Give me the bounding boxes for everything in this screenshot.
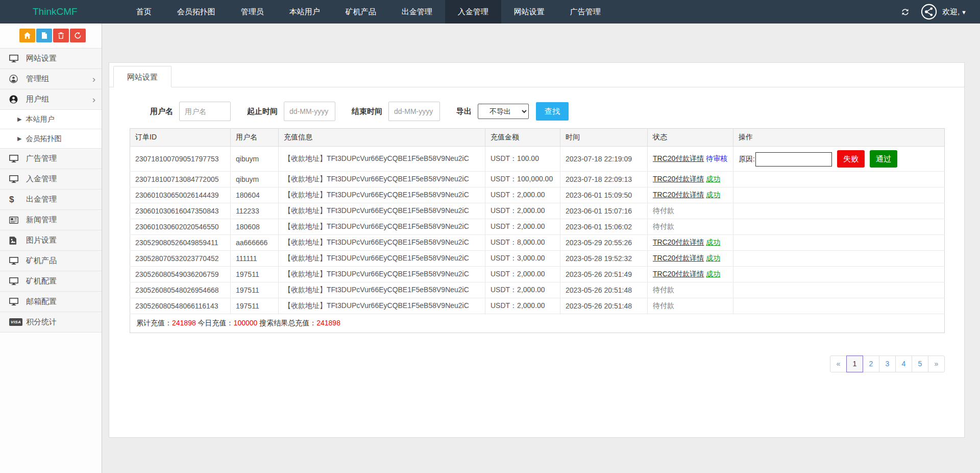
- deposit-info-cell: 【收款地址】TFt3DUPcVur66EyCQBE1F5eB58V9Neu2iC: [279, 235, 485, 251]
- export-select[interactable]: 不导出: [478, 104, 529, 119]
- nav-item-miner-products[interactable]: 矿机产品: [333, 0, 389, 23]
- trash-icon-button[interactable]: [53, 29, 69, 42]
- sidebar-item-image-settings[interactable]: 图片设置: [0, 230, 102, 251]
- deposit-info-cell: 【收款地址】TFt3DUPcVur66EyCQBE1F5eB58V9Neu2iC: [279, 203, 485, 219]
- nav-item-withdraw-mgmt[interactable]: 出金管理: [389, 0, 445, 23]
- trc20-detail-link[interactable]: TRC20付款详情: [653, 238, 704, 246]
- reason-input[interactable]: [755, 152, 832, 167]
- username-cell: qibuym: [231, 147, 279, 172]
- pagination-page-5[interactable]: 5: [912, 356, 928, 372]
- nav-item-site-users[interactable]: 本站用户: [277, 0, 333, 23]
- status-badge: 待付款: [653, 222, 674, 230]
- nav-item-deposit-mgmt[interactable]: 入金管理: [445, 0, 501, 23]
- tab-site-settings[interactable]: 网站设置: [113, 66, 172, 87]
- nav-item-home[interactable]: 首页: [124, 0, 164, 23]
- username-input[interactable]: [179, 102, 231, 121]
- col-deposit-amount: 充值金额: [485, 129, 560, 147]
- sidebar-item-withdraw-mgmt[interactable]: $ 出金管理: [0, 190, 102, 210]
- sidebar-subitem-member-topology[interactable]: ▶ 会员拓扑图: [0, 129, 102, 149]
- end-time-input[interactable]: [388, 102, 440, 121]
- sidebar-item-miner-products[interactable]: 矿机产品: [0, 251, 102, 271]
- action-cell: [733, 282, 945, 298]
- col-order-id: 订单ID: [130, 129, 231, 147]
- nav-item-admin[interactable]: 管理员: [228, 0, 277, 23]
- caret-down-icon: ▼: [961, 9, 967, 15]
- sidebar-item-points-stats[interactable]: VISA 积分统计: [0, 312, 102, 333]
- sidebar-item-ad-mgmt[interactable]: 广告管理: [0, 149, 102, 169]
- time-cell: 2023-07-18 22:09:13: [560, 172, 648, 187]
- recycle-icon-button[interactable]: [70, 29, 86, 42]
- sidebar-subitem-site-users[interactable]: ▶ 本站用户: [0, 110, 102, 129]
- monitor-icon: [9, 277, 22, 285]
- nav-item-site-settings[interactable]: 网站设置: [501, 0, 557, 23]
- trc20-detail-link[interactable]: TRC20付款详情: [653, 254, 704, 262]
- table-row: 230528070532023770452 111111 【收款地址】TFt3D…: [130, 251, 945, 267]
- status-cell: TRC20付款详情 成功: [648, 172, 733, 187]
- content-card: 网站设置 用户名 起止时间 结束时间 导出 不导出 查找: [109, 62, 965, 438]
- time-cell: 2023-05-26 20:51:49: [560, 267, 648, 282]
- trc20-detail-link[interactable]: TRC20付款详情: [653, 270, 704, 278]
- username-cell: qibuym: [231, 172, 279, 187]
- pagination-prev[interactable]: «: [830, 356, 847, 372]
- table-row: 230601030650026144439 180604 【收款地址】TFt3D…: [130, 187, 945, 203]
- nav-item-member-topology[interactable]: 会员拓扑图: [164, 0, 228, 23]
- start-time-input[interactable]: [284, 102, 335, 121]
- status-cell: 待付款: [648, 298, 733, 314]
- deposit-info-cell: 【收款地址】TFt3DUPcVur66EyCQBE1F5eB58V9Neu2iC: [279, 251, 485, 267]
- sidebar-quick-buttons: [19, 29, 102, 42]
- sidebar-item-label: 入金管理: [26, 174, 57, 184]
- time-cell: 2023-06-01 15:06:02: [560, 219, 648, 235]
- file-icon-button[interactable]: [36, 29, 52, 42]
- sidebar-item-email-config[interactable]: 邮箱配置: [0, 292, 102, 312]
- col-time: 时间: [560, 129, 648, 147]
- sidebar-item-user-group[interactable]: 用户组 ›: [0, 89, 102, 110]
- username-cell: aa666666: [231, 235, 279, 251]
- search-button[interactable]: 查找: [536, 102, 569, 121]
- status-cell: 待付款: [648, 203, 733, 219]
- sidebar-item-label: 出金管理: [26, 195, 57, 204]
- amount-cell: USDT：8,000.00: [485, 235, 560, 251]
- trc20-detail-link[interactable]: TRC20付款详情: [653, 175, 704, 183]
- fail-button[interactable]: 失败: [837, 150, 865, 168]
- sidebar-item-admin-group[interactable]: 管理组 ›: [0, 69, 102, 89]
- top-navbar: ThinkCMF 首页 会员拓扑图 管理员 本站用户 矿机产品 出金管理 入金管…: [0, 0, 980, 23]
- export-label: 导出: [456, 107, 472, 116]
- pagination-page-1[interactable]: 1: [846, 356, 863, 372]
- nav-item-ad-mgmt[interactable]: 广告管理: [557, 0, 614, 23]
- pagination-page-4[interactable]: 4: [895, 356, 912, 372]
- avatar-icon[interactable]: [921, 4, 937, 20]
- table-row: 230526080548066116143 197511 【收款地址】TFt3D…: [130, 298, 945, 314]
- status-cell: 待付款: [648, 219, 733, 235]
- order-id-cell: 230718100713084772005: [130, 172, 231, 187]
- status-badge: 成功: [706, 191, 720, 199]
- today-deposit-value: 100000: [234, 319, 258, 327]
- username-cell: 197511: [231, 298, 279, 314]
- home-icon-button[interactable]: [19, 29, 35, 42]
- sidebar-item-miner-config[interactable]: 矿机配置: [0, 271, 102, 292]
- status-cell: TRC20付款详情 待审核: [648, 147, 733, 172]
- trc20-detail-link[interactable]: TRC20付款详情: [653, 154, 704, 162]
- order-id-cell: 230526080548026954668: [130, 282, 231, 298]
- table-row: 230601030602020546550 180608 【收款地址】TFt3D…: [130, 219, 945, 235]
- dollar-icon: $: [9, 195, 22, 205]
- user-circle-icon: [9, 75, 22, 83]
- sidebar-item-site-settings[interactable]: 网站设置: [0, 49, 102, 69]
- pagination-next[interactable]: »: [928, 356, 945, 372]
- brand-logo[interactable]: ThinkCMF: [0, 0, 93, 23]
- deposit-info-cell: 【收款地址】TFt3DUPcVur66EyCQBE1F5eB58V9Neu2iC: [279, 267, 485, 282]
- monitor-icon: [9, 155, 22, 162]
- pass-button[interactable]: 通过: [870, 150, 897, 168]
- order-id-cell: 230529080526049859411: [130, 235, 231, 251]
- refresh-icon[interactable]: [901, 8, 910, 16]
- amount-cell: USDT：2,000.00: [485, 219, 560, 235]
- sidebar-item-news-mgmt[interactable]: 新闻管理: [0, 210, 102, 230]
- trc20-detail-link[interactable]: TRC20付款详情: [653, 191, 704, 199]
- deposit-info-cell: 【收款地址】TFt3DUPcVur66EyCQBE1F5eB58V9Neu2iC: [279, 298, 485, 314]
- sidebar-item-deposit-mgmt[interactable]: 入金管理: [0, 169, 102, 190]
- pagination-page-3[interactable]: 3: [879, 356, 896, 372]
- time-cell: 2023-05-26 20:51:48: [560, 282, 648, 298]
- welcome-dropdown[interactable]: 欢迎,▼: [942, 7, 967, 17]
- pagination-page-2[interactable]: 2: [863, 356, 879, 372]
- username-cell: 180604: [231, 187, 279, 203]
- col-deposit-info: 充值信息: [279, 129, 485, 147]
